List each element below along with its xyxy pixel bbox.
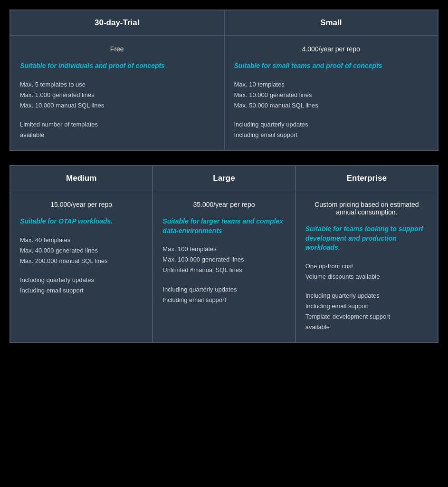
plan-column-enterprise: Enterprise Custom pricing based on estim… xyxy=(295,166,438,342)
plan-extras-enterprise: Including quarterly updates Including em… xyxy=(305,291,428,332)
plan-body-enterprise: Custom pricing based on estimated annual… xyxy=(296,191,438,342)
plan-extras-medium: Including quarterly updates Including em… xyxy=(20,275,143,296)
feature-item: Max. 40.000 generated lines xyxy=(20,245,143,256)
plan-features-trial: Max. 5 templates to use Max. 1.000 gener… xyxy=(20,79,214,111)
extra-item: Including email support xyxy=(162,295,285,305)
plan-column-large: Large 35.000/year per repo Suitable for … xyxy=(153,166,295,342)
extra-item: Including quarterly updates xyxy=(20,275,143,285)
feature-item: Max. 100.000 generated lines xyxy=(162,254,285,265)
plan-body-small: 4.000/year per repo Suitable for small t… xyxy=(225,36,438,150)
plan-body-trial: Free Suitable for individuals and proof … xyxy=(10,36,224,150)
plan-body-large: 35.000/year per repo Suitable for larger… xyxy=(153,191,295,342)
plan-features-small: Max. 10 templates Max. 10.000 generated … xyxy=(234,79,429,111)
plan-price-large: 35.000/year per repo xyxy=(162,201,285,208)
feature-item: Max. 100 templates xyxy=(162,244,285,254)
plan-tagline-small: Suitable for small teams and proof of co… xyxy=(234,61,429,71)
plan-extras-trial: Limited number of templates available xyxy=(20,119,214,140)
extra-item: Including quarterly updates xyxy=(234,119,429,130)
plan-title-enterprise: Enterprise xyxy=(347,174,387,183)
extra-item: Including quarterly updates xyxy=(305,291,428,301)
plan-features-medium: Max. 40 templates Max. 40.000 generated … xyxy=(20,235,143,266)
plan-header-medium: Medium xyxy=(10,166,152,191)
feature-item: Max. 10 templates xyxy=(234,79,429,90)
plan-header-large: Large xyxy=(153,166,295,191)
plan-features-enterprise: One up-front cost Volume discounts avail… xyxy=(305,261,428,282)
extra-item: Limited number of templates xyxy=(20,119,214,130)
top-section: 30-day-Trial Free Suitable for individua… xyxy=(10,10,438,151)
feature-item: Unlimited #manual SQL lines xyxy=(162,265,285,275)
plan-tagline-medium: Suitable for OTAP workloads. xyxy=(20,217,143,226)
plan-price-small: 4.000/year per repo xyxy=(234,45,429,53)
plan-extras-small: Including quarterly updates Including em… xyxy=(234,119,429,140)
plan-tagline-enterprise: Suitable for teams looking to support de… xyxy=(305,224,428,253)
extra-item: Including email support xyxy=(305,301,428,312)
plan-header-enterprise: Enterprise xyxy=(296,166,438,191)
bottom-section: Medium 15.000/year per repo Suitable for… xyxy=(10,165,438,343)
feature-item: Max. 10.000 generated lines xyxy=(234,90,429,100)
extra-item: Including email support xyxy=(234,130,429,140)
feature-item: Max. 40 templates xyxy=(20,235,143,245)
extra-item: available xyxy=(305,322,428,332)
feature-item: Volume discounts available xyxy=(305,272,428,282)
extra-item: Template-development support xyxy=(305,312,428,322)
feature-item: Max. 10.000 manual SQL lines xyxy=(20,100,214,111)
plan-tagline-trial: Suitable for individuals and proof of co… xyxy=(20,61,214,71)
feature-item: Max. 1.000 generated lines xyxy=(20,90,214,100)
plan-price-medium: 15.000/year per repo xyxy=(20,201,143,208)
feature-item: Max. 5 templates to use xyxy=(20,79,214,90)
plan-header-trial: 30-day-Trial xyxy=(10,10,224,36)
plan-title-medium: Medium xyxy=(66,174,96,183)
plan-column-small: Small 4.000/year per repo Suitable for s… xyxy=(224,10,438,150)
plan-title-small: Small xyxy=(320,18,342,27)
plan-title-trial: 30-day-Trial xyxy=(95,18,140,27)
extra-item: Including email support xyxy=(20,285,143,296)
plan-column-medium: Medium 15.000/year per repo Suitable for… xyxy=(10,166,153,342)
extra-item: Including quarterly updates xyxy=(162,284,285,295)
plan-tagline-large: Suitable for larger teams and complex da… xyxy=(162,217,285,235)
plan-price-enterprise: Custom pricing based on estimated annual… xyxy=(305,201,428,216)
plan-title-large: Large xyxy=(213,174,235,183)
plan-extras-large: Including quarterly updates Including em… xyxy=(162,284,285,305)
feature-item: Max. 200.000 manual SQL lines xyxy=(20,256,143,266)
plan-features-large: Max. 100 templates Max. 100.000 generate… xyxy=(162,244,285,275)
extra-item: available xyxy=(20,130,214,140)
feature-item: Max. 50.000 manual SQL lines xyxy=(234,100,429,111)
plan-body-medium: 15.000/year per repo Suitable for OTAP w… xyxy=(10,191,152,342)
pricing-wrapper: 30-day-Trial Free Suitable for individua… xyxy=(10,10,438,343)
plan-header-small: Small xyxy=(225,10,438,36)
plan-column-trial: 30-day-Trial Free Suitable for individua… xyxy=(10,10,224,150)
feature-item: One up-front cost xyxy=(305,261,428,272)
plan-price-trial: Free xyxy=(20,45,214,53)
